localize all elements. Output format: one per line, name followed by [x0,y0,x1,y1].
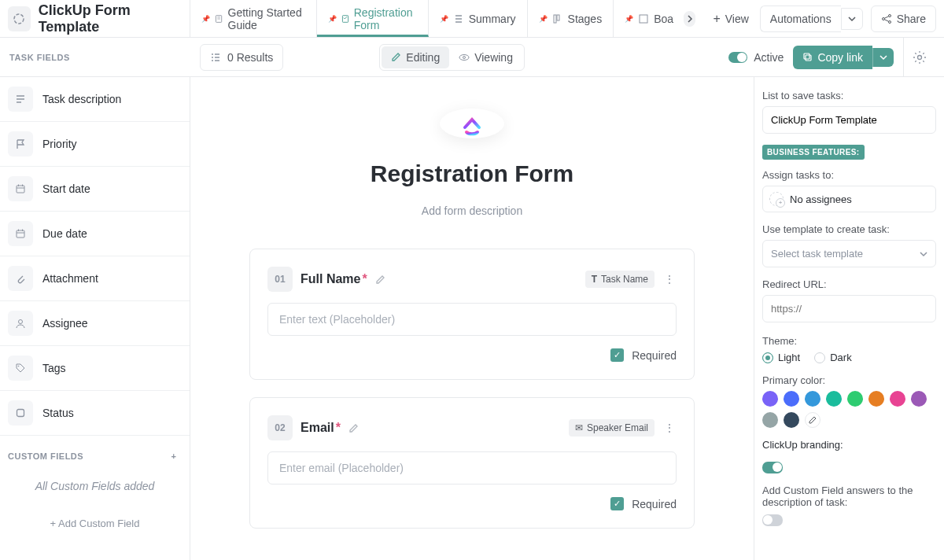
svg-rect-8 [554,15,556,23]
tab-stages[interactable]: 📌 Stages [528,0,614,37]
add-view-button[interactable]: + View [702,12,759,26]
svg-rect-4 [342,15,348,22]
redirect-label: Redirect URL: [762,278,936,290]
field-priority[interactable]: Priority [0,122,190,167]
edit-label-button[interactable] [375,274,385,285]
field-attachment[interactable]: Attachment [0,256,190,301]
color-swatch[interactable] [805,391,820,407]
pencil-icon [375,274,385,285]
form-logo[interactable] [440,109,504,138]
workspace-logo [8,6,31,31]
color-swatch[interactable] [762,412,778,428]
svg-point-18 [212,60,213,61]
svg-point-17 [212,57,213,58]
color-swatch[interactable] [911,391,927,407]
eyedropper-icon [808,415,817,425]
form-title[interactable]: Registration Form [371,160,573,187]
share-button[interactable]: Share [871,6,936,32]
field-due-date[interactable]: Due date [0,212,190,256]
viewing-mode-button[interactable]: Viewing [449,46,522,68]
tab-registration-form[interactable]: 📌 Registration Form [317,0,429,37]
theme-label: Theme: [762,335,936,347]
template-select[interactable]: Select task template [762,240,936,267]
business-features-badge: BUSINESS FEATURES: [762,145,865,160]
color-picker-button[interactable] [805,412,820,428]
field-start-date[interactable]: Start date [0,167,190,212]
eye-icon [459,52,470,63]
field-menu-button[interactable]: ⋮ [662,273,677,286]
field-placeholder-input[interactable] [267,303,677,336]
svg-rect-25 [806,55,811,61]
pencil-icon [391,52,401,62]
copy-link-dropdown[interactable] [872,48,894,67]
svg-point-39 [18,366,20,367]
field-tags[interactable]: Tags [0,346,190,391]
form-field-card[interactable]: 02 Email* ✉Speaker Email ⋮ ✓ Required [249,397,695,529]
field-status[interactable]: Status [0,391,190,436]
mode-toggle: Editing Viewing [379,44,525,71]
color-swatch[interactable] [762,391,778,407]
color-swatch[interactable] [826,391,842,407]
flag-icon [15,138,26,149]
form-description[interactable]: Add form description [422,204,522,217]
svg-rect-9 [557,15,559,20]
color-swatch[interactable] [784,412,799,428]
assignee-selector[interactable]: No assignees [762,186,936,212]
theme-light-option[interactable]: Light [762,352,800,363]
required-checkbox[interactable]: ✓ [610,348,624,362]
pencil-icon [348,423,359,433]
tag-icon [15,363,26,374]
svg-point-11 [882,17,884,20]
calendar-icon [15,183,26,194]
svg-point-13 [888,20,891,23]
editing-mode-button[interactable]: Editing [382,46,449,68]
required-label: Required [632,498,677,510]
active-toggle[interactable] [728,52,747,63]
tab-board[interactable]: 📌 Board [614,0,677,37]
text-icon [15,94,26,105]
field-label[interactable]: Full Name* [301,272,367,286]
copy-icon [802,52,813,62]
svg-rect-40 [17,410,24,417]
view-tabs: 📌 Getting Started Guide 📌 Registration F… [190,0,759,37]
field-menu-button[interactable]: ⋮ [662,422,677,434]
automations-dropdown[interactable] [841,8,863,30]
color-swatch[interactable] [868,391,884,407]
color-swatch[interactable] [890,391,905,407]
cf-answers-toggle[interactable] [762,514,783,526]
list-save-input[interactable] [762,106,936,134]
branding-toggle[interactable] [762,462,783,473]
pin-icon: 📌 [328,15,337,23]
chevron-down-icon [879,53,887,61]
field-type-badge: TTask Name [585,271,655,288]
field-assignee[interactable]: Assignee [0,301,190,346]
add-custom-field-button[interactable]: + Add Custom Field [0,502,190,545]
field-task-description[interactable]: Task description [0,77,190,122]
custom-fields-header: CUSTOM FIELDS [8,451,83,461]
theme-dark-option[interactable]: Dark [814,352,851,363]
automations-button[interactable]: Automations [760,6,841,32]
results-pill[interactable]: 0 Results [200,44,283,71]
field-placeholder-input[interactable] [267,451,677,484]
copy-link-button[interactable]: Copy link [793,46,872,69]
board-icon [552,13,563,24]
svg-rect-30 [17,186,24,193]
tab-scroll-right[interactable] [684,11,695,27]
edit-label-button[interactable] [348,423,359,433]
tab-summary[interactable]: 📌 Summary [429,0,528,37]
add-custom-field-plus[interactable]: + [166,448,182,464]
color-swatch[interactable] [847,391,863,407]
field-type-badge: ✉Speaker Email [569,419,655,437]
template-label: Use template to create task: [762,223,936,235]
form-field-card[interactable]: 01 Full Name* TTask Name ⋮ ✓ Required [249,249,695,380]
field-label[interactable]: Email* [301,421,341,435]
add-assignee-icon [769,192,784,206]
required-checkbox[interactable]: ✓ [610,497,624,510]
clickup-logo-icon [457,109,487,138]
list-icon [453,13,464,24]
redirect-url-input[interactable] [762,295,936,322]
chevron-right-icon [686,15,694,23]
gear-icon[interactable] [913,50,927,64]
color-swatch[interactable] [784,391,799,407]
tab-getting-started[interactable]: 📌 Getting Started Guide [190,0,316,37]
